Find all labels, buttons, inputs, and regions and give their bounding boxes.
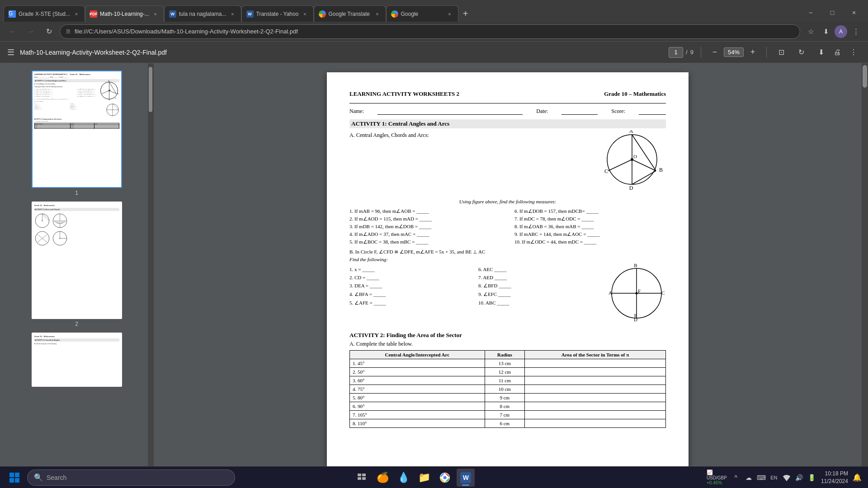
search-placeholder: Search [47,474,66,481]
current-time: 10:18 PM [821,470,848,478]
f4: 4. ∠BFA = _____ [349,291,469,297]
time-display[interactable]: 10:18 PM 11/24/2024 [821,470,848,485]
tab-grade-ste[interactable]: G Grade X-STE (Stud... × [4,5,85,22]
svg-rect-60 [362,474,366,476]
taskbar-folder-icon[interactable]: 📁 [415,469,433,487]
svg-rect-59 [358,474,361,476]
tab4-favicon: W [246,10,254,18]
thumb-content-1: LEARNING ACTIVITY WORKSHEETS 2 Grade 10 … [33,71,121,187]
bookmark-icon[interactable]: ☆ [804,25,817,38]
row1-num: 1. 45° [350,359,485,368]
hamburger-menu[interactable]: ☰ [7,47,14,57]
download-pdf-button[interactable]: ⬇ [814,45,828,60]
address-right-controls: ☆ ⬇ A ⋮ [804,25,863,38]
tab3-close[interactable]: × [229,10,236,18]
start-button[interactable] [5,469,24,487]
f9: 9. ∠EFC _____ [478,291,598,297]
row6-num: 6. 90° [350,402,485,411]
circle-diagram-2: B C D A F E [607,264,666,324]
tab2-close[interactable]: × [152,10,159,18]
maximize-button[interactable]: □ [822,5,843,20]
thumb-num-2: 2 [75,321,78,327]
tab6-close[interactable]: × [446,10,453,18]
profile-avatar[interactable]: A [835,25,847,38]
url-bar[interactable]: 🖹 file:///C:/Users/ASUS/Downloads/Math-1… [60,24,800,39]
language-icon[interactable]: EN [769,472,779,483]
zoom-in-button[interactable]: + [746,46,759,59]
pdf-right-tools: ⬇ 🖨 ⋮ [814,45,861,60]
zoom-level[interactable]: 54% [724,47,744,57]
tab2-title: Math-10-Learning-... [100,11,149,17]
pdf-main-content: LEARNING ACTIVITY WORKSHEETS 2 Grade 10 … [154,63,862,466]
table-header-row: Central Angle/Intercepted Arc Radius Are… [350,351,666,359]
minimize-button[interactable]: − [800,5,821,20]
sidebar-scrollbar[interactable] [148,63,153,466]
sidebar-scroll-thumb[interactable] [149,67,152,112]
row8-num: 8. 110° [350,419,485,428]
svg-text:A: A [629,130,633,134]
activity2-title: ACTIVITY 2: Finding the Area of the Sect… [349,332,666,339]
tab-math10[interactable]: PDF Math-10-Learning-... × [85,5,164,22]
col-header-angle: Central Angle/Intercepted Arc [350,351,485,359]
thumbnail-page-3[interactable]: Grade 10 – Mathematics ACTIVITY 4: Inscr… [32,333,122,387]
volume-icon[interactable]: 🔊 [794,472,805,483]
back-button[interactable]: ← [5,24,20,39]
pdf-title: Math-10-Learning-Activity-Worksheet-2-Q2… [20,49,663,56]
tab-tula[interactable]: W tula na naglalama... × [164,5,241,22]
notification-icon[interactable]: 🔔 [852,472,863,483]
pdf-scroll-thumb[interactable] [863,65,867,88]
taskbar-word-icon[interactable]: W [457,469,475,487]
thumbnail-1[interactable]: LEARNING ACTIVITY WORKSHEETS 2 Grade 10 … [4,70,150,196]
thumbnail-3[interactable]: Grade 10 – Mathematics ACTIVITY 4: Inscr… [4,333,150,387]
keyboard-icon[interactable]: ⌨ [756,472,767,483]
print-button[interactable]: 🖨 [830,45,844,60]
taskbar-files-icon[interactable]: 💧 [394,469,412,487]
tab-translate-yahoo[interactable]: W Translate - Yahoo × [241,5,314,22]
pdf-scrollbar[interactable] [862,63,868,466]
chevron-up-icon[interactable]: ^ [731,472,741,483]
f7: 7. AED _____ [478,275,598,280]
download-icon[interactable]: ⬇ [819,25,833,38]
find-grid: 1. x = _____ 6. AEC _____ 2. CD = _____ … [349,266,598,307]
task-view-button[interactable] [353,469,371,487]
cloud-icon[interactable]: ☁ [743,472,754,483]
f10: 10. ABC _____ [478,300,598,306]
row3-num: 3. 60° [350,376,485,385]
wifi-icon[interactable] [781,472,792,483]
tab1-close[interactable]: × [73,10,80,18]
more-options-icon[interactable]: ⋮ [849,25,863,38]
more-pdf-options[interactable]: ⋮ [846,45,861,60]
thumbnail-2[interactable]: Grade 10 – Mathematics ACTIVITY 3: Arcs … [4,202,150,327]
table-row: 4. 75° 10 cm [350,385,666,394]
page-number-input[interactable] [669,47,683,58]
toolbar-divider1 [701,47,701,58]
forward-button[interactable]: → [24,24,38,39]
presentation-mode-button[interactable]: ⊡ [774,45,788,60]
refresh-button[interactable]: ↻ [42,24,56,39]
row8-radius: 6 cm [485,419,524,428]
svg-rect-57 [9,478,14,483]
new-tab-button[interactable]: + [458,6,473,21]
stock-widget[interactable]: 📈 USD/GBP +0.46% [707,469,727,485]
taskbar: 🔍 Search 🍊 💧 📁 [0,466,868,488]
tab-bar: G Grade X-STE (Stud... × PDF Math-10-Lea… [0,0,868,22]
taskbar-chrome-icon[interactable] [436,469,454,487]
taskbar-app-icons[interactable]: 🍊 [373,469,392,487]
search-bar[interactable]: 🔍 Search [27,469,235,486]
tab-google-translate[interactable]: Google Translate × [314,5,386,22]
zoom-out-button[interactable]: − [708,46,721,59]
tab5-close[interactable]: × [374,10,381,18]
browser-frame: G Grade X-STE (Stud... × PDF Math-10-Lea… [0,0,868,488]
window-controls: − □ × [800,5,868,22]
battery-icon[interactable]: 🔋 [807,472,817,483]
thumbnail-page-1[interactable]: LEARNING ACTIVITY WORKSHEETS 2 Grade 10 … [32,70,122,188]
rotate-button[interactable]: ↻ [794,45,808,60]
activity1b-label: B. In Circle F, ∠CFD ≅ ∠DFE, m∠AFE = 5x … [349,249,666,255]
f8: 8. ∠BFD _____ [478,283,598,289]
thumbnail-page-2[interactable]: Grade 10 – Mathematics ACTIVITY 3: Arcs … [32,202,122,319]
tab4-close[interactable]: × [302,10,309,18]
window-close-button[interactable]: × [844,5,864,20]
tab5-title: Google Translate [329,11,371,17]
activity2-table: Central Angle/Intercepted Arc Radius Are… [349,350,666,428]
tab-google[interactable]: Google × [386,5,458,22]
